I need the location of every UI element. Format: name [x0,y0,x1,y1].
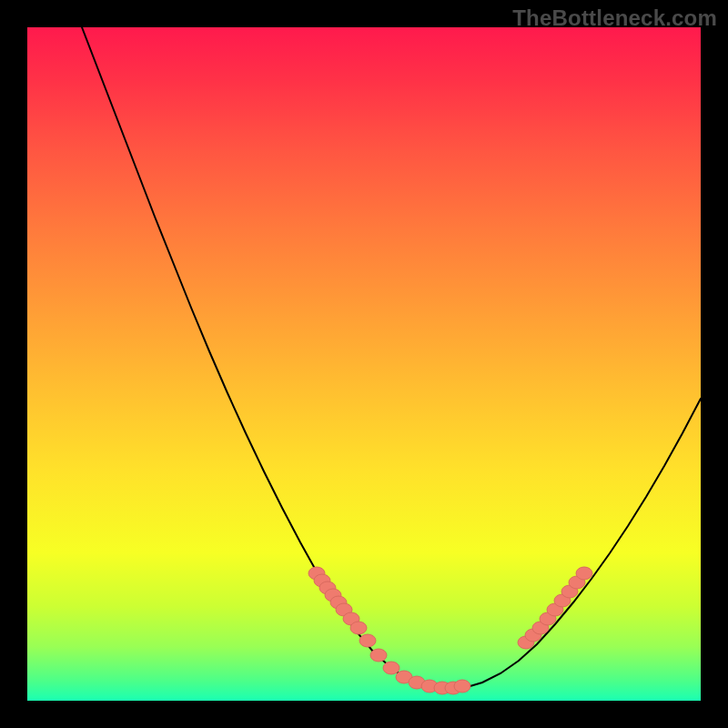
bottleneck-curve [82,27,701,690]
bead-marker [350,622,367,634]
bead-marker [370,649,387,662]
bead-marker [359,634,376,647]
watermark-text: TheBottleneck.com [512,5,717,31]
chart-frame [27,27,701,701]
bead-marker [454,680,470,693]
bead-marker [383,662,399,674]
bead-marker [576,567,592,580]
bottleneck-plot [27,27,701,701]
